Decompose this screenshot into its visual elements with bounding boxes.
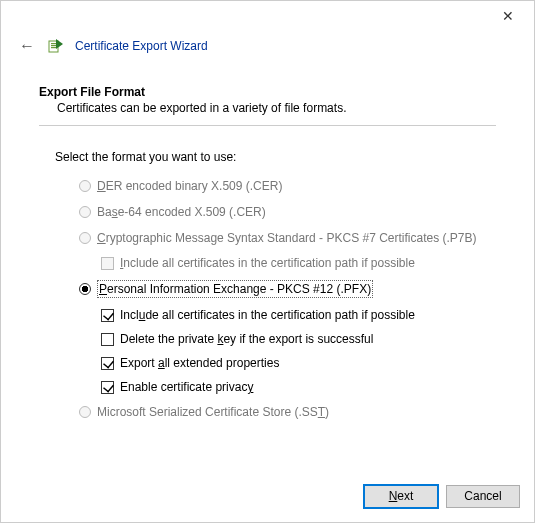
- radio-pfx[interactable]: Personal Information Exchange - PKCS #12…: [79, 280, 496, 298]
- checkbox-pfx-delete[interactable]: Delete the private key if the export is …: [101, 332, 496, 346]
- radio-base64: Base-64 encoded X.509 (.CER): [79, 204, 496, 220]
- checkbox-icon: [101, 381, 114, 394]
- section-description: Certificates can be exported in a variet…: [57, 101, 496, 115]
- radio-icon: [79, 206, 91, 218]
- svg-rect-1: [51, 43, 56, 44]
- checkbox-pfx-extended[interactable]: Export all extended properties: [101, 356, 496, 370]
- radio-der: DER encoded binary X.509 (.CER): [79, 178, 496, 194]
- radio-pkcs7: Cryptographic Message Syntax Standard - …: [79, 230, 496, 246]
- radio-label: Cryptographic Message Syntax Standard - …: [97, 230, 477, 246]
- format-prompt: Select the format you want to use:: [55, 150, 496, 164]
- radio-icon: [79, 406, 91, 418]
- checkbox-icon: [101, 357, 114, 370]
- checkbox-label: Include all certificates in the certific…: [120, 308, 415, 322]
- wizard-icon: [47, 38, 63, 54]
- svg-rect-2: [51, 45, 56, 46]
- back-icon[interactable]: ←: [19, 37, 35, 55]
- checkbox-label: Export all extended properties: [120, 356, 279, 370]
- radio-icon: [79, 283, 91, 295]
- checkbox-icon: [101, 257, 114, 270]
- radio-icon: [79, 180, 91, 192]
- radio-icon: [79, 232, 91, 244]
- checkbox-pfx-privacy[interactable]: Enable certificate privacy: [101, 380, 496, 394]
- checkbox-pfx-include[interactable]: Include all certificates in the certific…: [101, 308, 496, 322]
- svg-marker-4: [56, 39, 63, 49]
- close-icon[interactable]: ✕: [494, 4, 522, 28]
- checkbox-label: Enable certificate privacy: [120, 380, 253, 394]
- checkbox-label: Delete the private key if the export is …: [120, 332, 373, 346]
- radio-label: Base-64 encoded X.509 (.CER): [97, 204, 266, 220]
- radio-label: Personal Information Exchange - PKCS #12…: [97, 280, 373, 298]
- radio-sst: Microsoft Serialized Certificate Store (…: [79, 404, 496, 420]
- checkbox-icon: [101, 309, 114, 322]
- section-title: Export File Format: [39, 85, 496, 99]
- svg-rect-3: [51, 47, 56, 48]
- separator: [39, 125, 496, 126]
- checkbox-icon: [101, 333, 114, 346]
- radio-label: DER encoded binary X.509 (.CER): [97, 178, 282, 194]
- radio-label: Microsoft Serialized Certificate Store (…: [97, 404, 329, 420]
- checkbox-label: Include all certificates in the certific…: [120, 256, 415, 270]
- checkbox-pkcs7-include: Include all certificates in the certific…: [101, 256, 496, 270]
- cancel-button[interactable]: Cancel: [446, 485, 520, 508]
- next-button[interactable]: Next: [364, 485, 438, 508]
- wizard-title: Certificate Export Wizard: [75, 39, 208, 53]
